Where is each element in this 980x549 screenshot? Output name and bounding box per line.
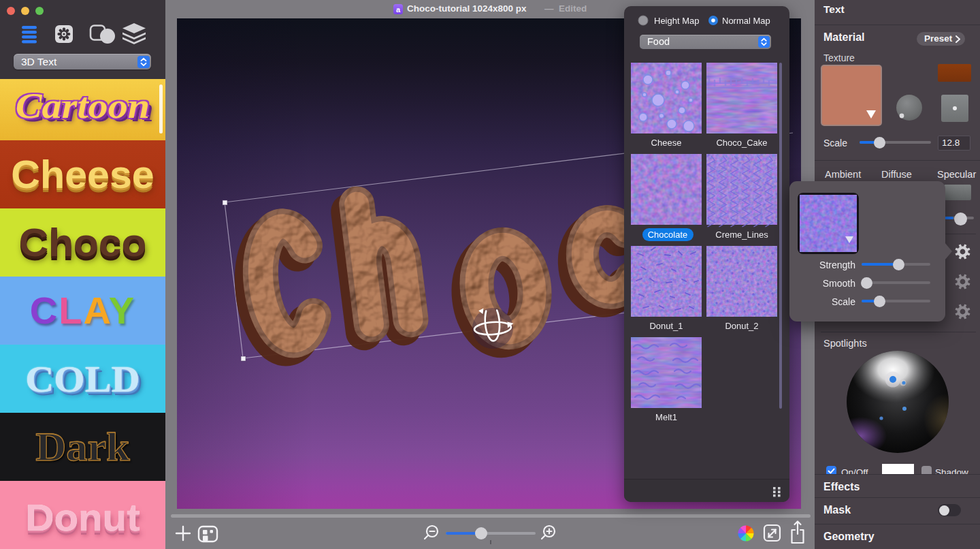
svg-text:Donut_2: Donut_2 <box>725 321 758 331</box>
svg-text:Height Map: Height Map <box>654 16 699 26</box>
svg-text:Normal Map: Normal Map <box>722 16 770 26</box>
svg-text:Chocolate: Chocolate <box>648 230 688 240</box>
svg-text:Cheese: Cheese <box>651 138 682 148</box>
svg-text:Creme_Lines: Creme_Lines <box>715 230 768 240</box>
svg-text:Choco_Cake: Choco_Cake <box>716 138 767 148</box>
svg-text:Donut_1: Donut_1 <box>649 321 683 331</box>
svg-text:Melt1: Melt1 <box>655 412 677 422</box>
